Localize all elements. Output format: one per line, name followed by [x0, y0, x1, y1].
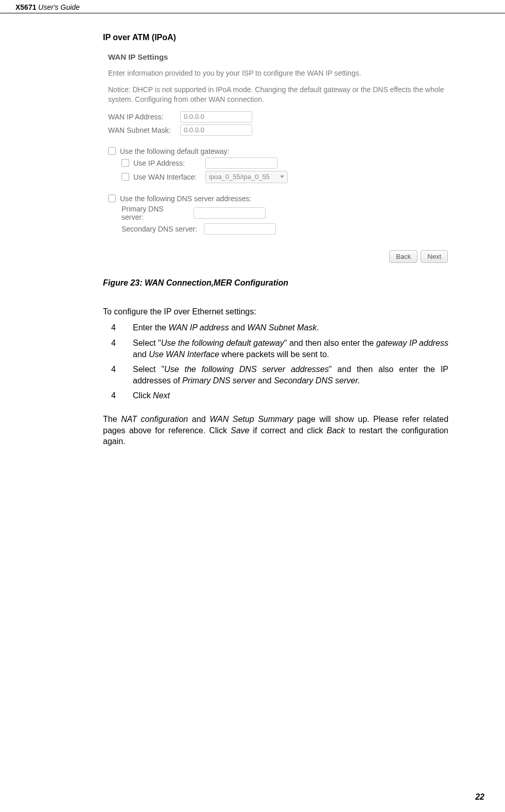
label-use-gateway: Use the following default gateway:	[120, 147, 229, 155]
row-secondary-dns: Secondary DNS server:	[121, 223, 448, 235]
chevron-down-icon	[280, 175, 284, 178]
input-use-ip[interactable]	[205, 157, 277, 169]
label-use-dns: Use the following DNS server addresses:	[120, 195, 251, 203]
step-2: 4 Select "Use the following default gate…	[103, 338, 448, 360]
step-4: 4 Click Next	[103, 390, 448, 401]
button-row: Back Next	[108, 250, 448, 263]
input-secondary-dns[interactable]	[204, 223, 276, 235]
header-product: X5671	[15, 3, 36, 11]
back-button[interactable]: Back	[389, 250, 417, 263]
step-num: 4	[103, 364, 133, 386]
next-button[interactable]: Next	[421, 250, 448, 263]
input-primary-dns[interactable]	[194, 207, 266, 219]
step-body: Select "Use the following default gatewa…	[133, 338, 448, 360]
row-use-gateway: Use the following default gateway:	[108, 147, 448, 155]
row-use-ip: Use IP Address:	[121, 157, 448, 169]
intro-line: To configure the IP over Ethernet settin…	[103, 306, 448, 317]
row-use-dns: Use the following DNS server addresses:	[108, 195, 448, 203]
step-num: 4	[103, 322, 133, 333]
step-body: Enter the WAN IP address and WAN Subnet …	[133, 322, 448, 333]
label-secondary-dns: Secondary DNS server:	[121, 225, 204, 233]
step-num: 4	[103, 390, 133, 401]
header-suffix: User's Guide	[36, 3, 79, 11]
page-header: X5671 User's Guide	[0, 0, 505, 13]
checkbox-use-dns[interactable]	[108, 195, 116, 202]
step-3: 4 Select "Use the following DNS server a…	[103, 364, 448, 386]
select-value: ipoa_0_55/ipa_0_55	[209, 173, 270, 181]
label-use-wan-if: Use WAN Interface:	[133, 173, 205, 181]
row-wan-mask: WAN Subnet Mask: 0.0.0.0	[108, 125, 448, 136]
label-wan-ip: WAN IP Address:	[108, 113, 180, 121]
row-use-wan-if: Use WAN Interface: ipoa_0_55/ipa_0_55	[121, 171, 448, 183]
panel-title: WAN IP Settings	[108, 52, 448, 61]
step-body: Click Next	[133, 390, 448, 401]
select-wan-interface[interactable]: ipoa_0_55/ipa_0_55	[205, 171, 288, 183]
checkbox-use-wan-if[interactable]	[121, 173, 129, 181]
step-1: 4 Enter the WAN IP address and WAN Subne…	[103, 322, 448, 333]
checkbox-use-gateway[interactable]	[108, 147, 116, 155]
page-number: 22	[475, 792, 484, 802]
input-wan-ip[interactable]: 0.0.0.0	[180, 111, 252, 122]
step-list: 4 Enter the WAN IP address and WAN Subne…	[103, 322, 448, 401]
closing-paragraph: The NAT configuration and WAN Setup Summ…	[103, 414, 448, 447]
input-wan-mask[interactable]: 0.0.0.0	[180, 125, 252, 136]
step-body: Select "Use the following DNS server add…	[133, 364, 448, 386]
row-wan-ip: WAN IP Address: 0.0.0.0	[108, 111, 448, 122]
figure-caption: Figure 23: WAN Connection,MER Configurat…	[103, 278, 448, 288]
panel-notice: Notice: DHCP is not supported in IPoA mo…	[108, 85, 448, 105]
wan-ip-settings-screenshot: WAN IP Settings Enter information provid…	[108, 52, 448, 263]
label-wan-mask: WAN Subnet Mask:	[108, 126, 180, 134]
step-num: 4	[103, 338, 133, 360]
label-use-ip: Use IP Address:	[133, 159, 205, 167]
checkbox-use-ip[interactable]	[121, 159, 129, 167]
section-title: IP over ATM (IPoA)	[103, 33, 448, 42]
label-primary-dns: Primary DNS server:	[121, 205, 178, 221]
panel-intro: Enter information provided to you by you…	[108, 68, 448, 79]
row-primary-dns: Primary DNS server:	[121, 205, 448, 221]
